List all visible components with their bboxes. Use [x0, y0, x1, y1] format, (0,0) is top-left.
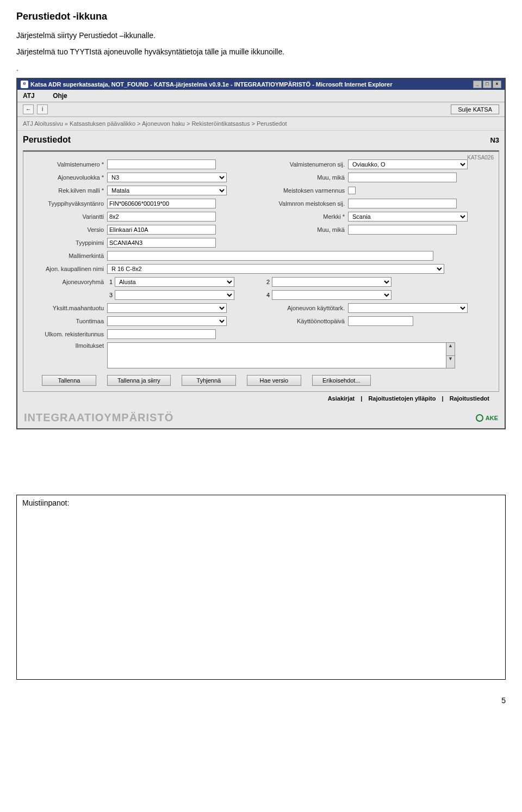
- titlebar: e Katsa ADR superkatsastaja, NOT_FOUND -…: [17, 79, 505, 90]
- minimize-button[interactable]: _: [473, 81, 482, 88]
- ulkom-rekisteritunnus-input[interactable]: [107, 329, 216, 339]
- menu-ohje[interactable]: Ohje: [53, 92, 67, 100]
- katsa-code: KATSA026: [467, 155, 494, 161]
- label-kayttoonottopaiva: Käyttöönottopäivä: [261, 318, 348, 324]
- close-button[interactable]: ×: [493, 81, 501, 88]
- tuontimaa-select[interactable]: [107, 316, 227, 326]
- muu-mika-r-input[interactable]: [348, 225, 457, 235]
- intro-line-1: Järjestelmä siirtyy Perustiedot –ikkunal…: [16, 31, 506, 40]
- footer-bar: INTEGRAATIOYMPÄRISTÖ AKE: [17, 409, 505, 428]
- doc-heading: Perustiedot -ikkuna: [16, 11, 506, 22]
- link-asiakirjat[interactable]: Asiakirjat: [328, 395, 355, 402]
- browser-window: e Katsa ADR superkatsastaja, NOT_FOUND -…: [16, 78, 506, 429]
- page-title: Perustiedot: [23, 135, 71, 145]
- form-area: KATSA026 Valmistenumero * Valmistenumero…: [17, 147, 505, 409]
- button-row: Tallenna Tallenna ja siirry Tyhjennä Hae…: [31, 375, 491, 386]
- notes-box: Muistiinpanot:: [16, 495, 506, 680]
- variantti-input[interactable]: [107, 212, 216, 222]
- label-ajon-kaup-nimi: Ajon. kaupallinen nimi: [31, 266, 107, 272]
- kayttoonottopaiva-input[interactable]: [348, 316, 413, 326]
- label-ajoneuvoluokka: Ajoneuvoluokka *: [31, 174, 107, 181]
- meistoksen-varmennus-checkbox[interactable]: [348, 187, 356, 194]
- page-number: 5: [16, 696, 506, 705]
- mallimerkinta-input[interactable]: [107, 251, 433, 261]
- label-ulkom-rekisteritunnus: Ulkom. rekisteritunnus: [31, 331, 107, 337]
- breadcrumb: ATJ Aloitussivu » Katsastuksen päävalikk…: [17, 117, 505, 131]
- tallenna-button[interactable]: Tallenna: [42, 375, 96, 386]
- link-bar: Asiakirjat | Rajoitustietojen ylläpito |…: [23, 392, 499, 404]
- erikoisehdot-button[interactable]: Erikoisehdot...: [312, 375, 371, 386]
- ilmoitukset-text[interactable]: [108, 343, 446, 368]
- env-label: INTEGRAATIOYMPÄRISTÖ: [24, 411, 173, 424]
- label-variantti: Variantti: [31, 213, 107, 220]
- scroll-up-icon[interactable]: ▲: [446, 343, 455, 355]
- label-valmistenumero: Valmistenumero *: [31, 161, 107, 168]
- num-4: 4: [261, 292, 272, 298]
- ake-circle-icon: [476, 414, 483, 422]
- ajoneuvoryhma-1-select[interactable]: Alusta: [115, 277, 234, 287]
- scroll-down-icon[interactable]: ▼: [446, 355, 455, 368]
- form-box: Valmistenumero * Valmistenumeron sij. Ov…: [23, 150, 499, 392]
- tyyppihyvaksyntanro-input[interactable]: [107, 199, 216, 208]
- versio-input[interactable]: [107, 225, 216, 235]
- label-yksitt-maahantuotu: Yksitt.maahantuotu: [31, 305, 107, 311]
- section-header: Perustiedot N3: [17, 131, 505, 147]
- link-rajoitustietojen-yllapito[interactable]: Rajoitustietojen ylläpito: [368, 395, 436, 402]
- label-tyyppihyvaksyntanro: Tyyppihyväksyntänro: [31, 200, 107, 207]
- sulje-katsa-button[interactable]: Sulje KATSA: [451, 104, 499, 114]
- info-icon[interactable]: i: [37, 104, 48, 114]
- notes-label: Muistiinpanot:: [22, 499, 69, 507]
- merkki-select[interactable]: Scania: [348, 212, 468, 222]
- num-3: 3: [107, 292, 115, 298]
- ie-icon: e: [21, 81, 28, 88]
- num-2: 2: [261, 279, 272, 285]
- dot-line: .: [16, 64, 506, 72]
- yksitt-maahantuotu-select[interactable]: [107, 303, 227, 313]
- ake-text: AKE: [486, 415, 498, 421]
- label-ajoneuvoryhma: Ajoneuvoryhmä: [31, 279, 107, 285]
- label-valmnron-meist-sij: Valmnron meistoksen sij.: [261, 200, 348, 207]
- label-ilmoitukset: Ilmoitukset: [31, 342, 107, 349]
- page-class: N3: [490, 136, 499, 144]
- label-ajoneuvon-kayttotark: Ajoneuvon käyttötark.: [261, 305, 348, 311]
- label-tyyppinimi: Tyyppinimi: [31, 239, 107, 246]
- ilmoitukset-box[interactable]: ▲ ▼: [107, 342, 455, 368]
- intro-line-2: Järjestelmä tuo TYYTIstä ajoneuvolle hyv…: [16, 47, 506, 56]
- rekkilven-malli-select[interactable]: Matala: [107, 186, 227, 195]
- ajoneuvon-kayttotark-select[interactable]: [348, 303, 468, 313]
- toolbar: ← i Sulje KATSA: [17, 102, 505, 117]
- tyhjenna-button[interactable]: Tyhjennä: [182, 375, 236, 386]
- ajoneuvoryhma-4-select[interactable]: [272, 290, 391, 300]
- app-menu: ATJ Ohje: [17, 90, 505, 102]
- num-1: 1: [107, 279, 115, 285]
- valmistenumeron-sij-select[interactable]: Oviaukko, O: [348, 159, 468, 169]
- muu-mika-l-input[interactable]: [348, 173, 457, 182]
- label-meistoksen-varmennus: Meistoksen varmennus: [261, 187, 348, 194]
- back-icon[interactable]: ←: [23, 104, 34, 114]
- ake-logo: AKE: [476, 414, 498, 422]
- window-title: Katsa ADR superkatsastaja, NOT_FOUND - K…: [30, 81, 392, 88]
- label-rekkilven-malli: Rek.kilven malli *: [31, 187, 107, 194]
- label-muu-mika-l: Muu, mikä: [261, 174, 348, 181]
- label-valmistenumeron-sij: Valmistenumeron sij.: [261, 161, 348, 168]
- label-muu-mika-r: Muu, mikä: [261, 226, 348, 233]
- link-sep: |: [442, 395, 444, 402]
- tallenna-ja-siirry-button[interactable]: Tallenna ja siirry: [107, 375, 171, 386]
- ajoneuvoluokka-select[interactable]: N3: [107, 173, 227, 182]
- tyyppinimi-input[interactable]: [107, 238, 216, 248]
- label-merkki: Merkki *: [261, 213, 348, 220]
- label-mallimerkinta: Mallimerkintä: [31, 253, 107, 259]
- ajon-kaup-nimi-select[interactable]: R 16 C-8x2: [107, 264, 444, 274]
- menu-atj[interactable]: ATJ: [23, 92, 35, 100]
- valmnron-meist-sij-input[interactable]: [348, 199, 457, 208]
- link-rajoitustiedot[interactable]: Rajoitustiedot: [450, 395, 489, 402]
- link-sep: |: [361, 395, 362, 402]
- maximize-button[interactable]: □: [483, 81, 492, 88]
- hae-versio-button[interactable]: Hae versio: [247, 375, 301, 386]
- ajoneuvoryhma-2-select[interactable]: [272, 277, 391, 287]
- valmistenumero-input[interactable]: [107, 159, 216, 169]
- label-versio: Versio: [31, 226, 107, 233]
- label-tuontimaa: Tuontimaa: [31, 318, 107, 324]
- ajoneuvoryhma-3-select[interactable]: [115, 290, 234, 300]
